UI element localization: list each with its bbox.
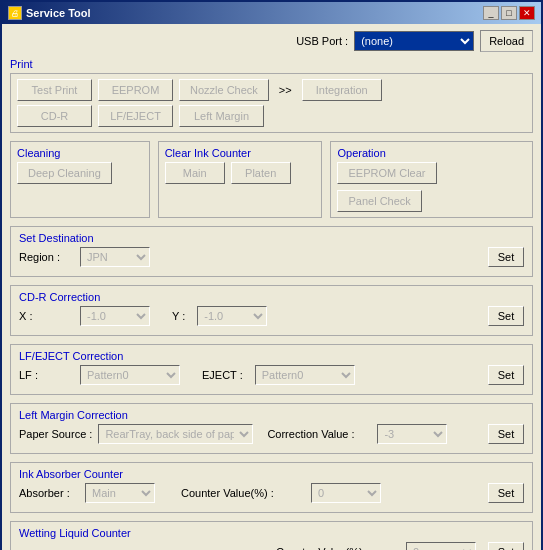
cd-r-button[interactable]: CD-R bbox=[17, 105, 92, 127]
cleaning-label: Cleaning bbox=[17, 147, 143, 159]
top-bar: USB Port : (none) Reload bbox=[10, 30, 533, 52]
ink-absorber-label: Ink Absorber Counter bbox=[19, 468, 524, 480]
y-select[interactable]: -1.0 bbox=[197, 306, 267, 326]
cdr-correction-label: CD-R Correction bbox=[19, 291, 524, 303]
region-label: Region : bbox=[19, 251, 74, 263]
paper-source-label: Paper Source : bbox=[19, 428, 92, 440]
print-section: Print Test Print EEPROM Nozzle Check >> … bbox=[10, 58, 533, 133]
wetting-liquid-section: Wetting Liquid Counter Counter Value(%) … bbox=[10, 521, 533, 550]
eject-label: EJECT : bbox=[202, 369, 243, 381]
correction-value-label: Correction Value : bbox=[267, 428, 367, 440]
correction-value-select[interactable]: -3 bbox=[377, 424, 447, 444]
lf-eject-section: LF/EJECT Correction LF : Pattern0 EJECT … bbox=[10, 344, 533, 395]
platen-button[interactable]: Platen bbox=[231, 162, 291, 184]
window-title: Service Tool bbox=[26, 7, 91, 19]
main-button[interactable]: Main bbox=[165, 162, 225, 184]
absorber-select[interactable]: Main bbox=[85, 483, 155, 503]
usb-port-select[interactable]: (none) bbox=[354, 31, 474, 51]
maximize-button[interactable]: □ bbox=[501, 6, 517, 20]
cleaning-section: Cleaning Deep Cleaning bbox=[10, 141, 150, 218]
close-button[interactable]: ✕ bbox=[519, 6, 535, 20]
y-label: Y : bbox=[172, 310, 185, 322]
lf-eject-set-button[interactable]: Set bbox=[488, 365, 524, 385]
absorber-label: Absorber : bbox=[19, 487, 79, 499]
main-window: 🖨 Service Tool _ □ ✕ USB Port : (none) R… bbox=[0, 0, 543, 550]
cdr-correction-section: CD-R Correction X : -1.0 Y : -1.0 Set bbox=[10, 285, 533, 336]
eeprom-clear-button[interactable]: EEPROM Clear bbox=[337, 162, 436, 184]
nozzle-check-button[interactable]: Nozzle Check bbox=[179, 79, 269, 101]
integration-button[interactable]: Integration bbox=[302, 79, 382, 101]
set-destination-section: Set Destination Region : JPN Set bbox=[10, 226, 533, 277]
x-label: X : bbox=[19, 310, 74, 322]
left-margin-button[interactable]: Left Margin bbox=[179, 105, 264, 127]
x-select[interactable]: -1.0 bbox=[80, 306, 150, 326]
paper-source-select[interactable]: RearTray, back side of pap bbox=[98, 424, 253, 444]
deep-cleaning-button[interactable]: Deep Cleaning bbox=[17, 162, 112, 184]
print-label: Print bbox=[10, 58, 533, 70]
panel-check-button[interactable]: Panel Check bbox=[337, 190, 421, 212]
minimize-button[interactable]: _ bbox=[483, 6, 499, 20]
absorber-counter-label: Counter Value(%) : bbox=[181, 487, 301, 499]
left-margin-section: Left Margin Correction Paper Source : Re… bbox=[10, 403, 533, 454]
reload-button[interactable]: Reload bbox=[480, 30, 533, 52]
lf-eject-label: LF/EJECT Correction bbox=[19, 350, 524, 362]
wetting-counter-select[interactable]: 0 bbox=[406, 542, 476, 550]
arrow-icon: >> bbox=[275, 79, 296, 101]
clear-ink-section: Clear Ink Counter Main Platen bbox=[158, 141, 323, 218]
lf-select[interactable]: Pattern0 bbox=[80, 365, 180, 385]
operation-section: Operation EEPROM Clear Panel Check bbox=[330, 141, 533, 218]
test-print-button[interactable]: Test Print bbox=[17, 79, 92, 101]
set-destination-button[interactable]: Set bbox=[488, 247, 524, 267]
ink-absorber-section: Ink Absorber Counter Absorber : Main Cou… bbox=[10, 462, 533, 513]
window-icon: 🖨 bbox=[8, 6, 22, 20]
title-bar: 🖨 Service Tool _ □ ✕ bbox=[2, 2, 541, 24]
lf-label: LF : bbox=[19, 369, 74, 381]
wetting-liquid-label: Wetting Liquid Counter bbox=[19, 527, 524, 539]
absorber-counter-select[interactable]: 0 bbox=[311, 483, 381, 503]
left-margin-set-button[interactable]: Set bbox=[488, 424, 524, 444]
eeprom-button[interactable]: EEPROM bbox=[98, 79, 173, 101]
set-destination-label: Set Destination bbox=[19, 232, 524, 244]
wetting-set-button[interactable]: Set bbox=[488, 542, 524, 550]
operation-label: Operation bbox=[337, 147, 526, 159]
left-margin-label: Left Margin Correction bbox=[19, 409, 524, 421]
lf-eject-button[interactable]: LF/EJECT bbox=[98, 105, 173, 127]
region-select[interactable]: JPN bbox=[80, 247, 150, 267]
usb-port-label: USB Port : bbox=[296, 35, 348, 47]
wetting-counter-label: Counter Value(%) : bbox=[276, 546, 396, 550]
eject-select[interactable]: Pattern0 bbox=[255, 365, 355, 385]
clear-ink-label: Clear Ink Counter bbox=[165, 147, 316, 159]
cdr-set-button[interactable]: Set bbox=[488, 306, 524, 326]
ink-absorber-set-button[interactable]: Set bbox=[488, 483, 524, 503]
